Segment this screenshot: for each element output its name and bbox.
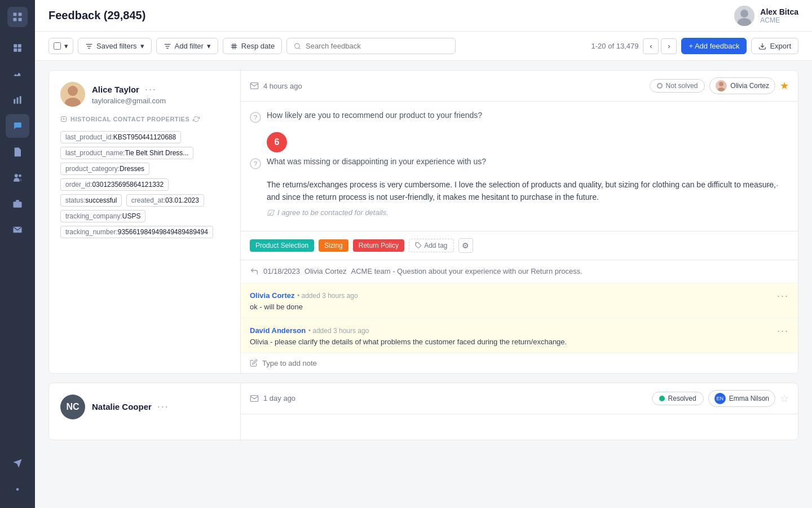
pagination-buttons: ‹ › bbox=[643, 38, 677, 54]
contact-panel-2: NC Natalie Cooper ··· bbox=[49, 383, 241, 440]
svg-rect-2 bbox=[14, 18, 17, 21]
contact-avatar-1 bbox=[60, 82, 85, 107]
star-button-2[interactable]: ☆ bbox=[780, 392, 789, 405]
sidebar-item-send[interactable] bbox=[6, 452, 29, 475]
pagination-next[interactable]: › bbox=[661, 38, 677, 54]
sidebar-item-users[interactable] bbox=[6, 166, 29, 190]
question-text-1: How likely are you to recommend our prod… bbox=[267, 111, 482, 120]
followup-subject: ACME team - Question about your experien… bbox=[351, 267, 582, 275]
answer-text-1: The returns/exchanges process is very cu… bbox=[267, 178, 789, 204]
search-box[interactable] bbox=[286, 38, 456, 54]
assignee-badge-1[interactable]: Olivia Cortez bbox=[709, 77, 775, 94]
sidebar-item-feedback[interactable] bbox=[6, 114, 29, 138]
assignee-avatar-1 bbox=[716, 80, 727, 91]
survey-question-1: ? How likely are you to recommend our pr… bbox=[250, 111, 789, 123]
svg-point-32 bbox=[68, 86, 78, 96]
search-input[interactable] bbox=[306, 42, 448, 50]
contact-name-2: Natalie Cooper bbox=[92, 402, 152, 411]
properties-label-1: HISTORICAL CONTACT PROPERTIES bbox=[60, 116, 229, 122]
top-header: Feedback (29,845) Alex Bitca ACME bbox=[35, 0, 812, 32]
toolbar: ▾ Saved filters ▾ Add filter ▾ Resp date… bbox=[35, 32, 812, 61]
sidebar-item-barchart[interactable] bbox=[6, 88, 29, 112]
properties-label-text: HISTORICAL CONTACT PROPERTIES bbox=[70, 116, 189, 122]
add-tag-label: Add tag bbox=[424, 242, 447, 249]
properties-tags-1: last_product_id: KBST950441120688 last_p… bbox=[60, 129, 229, 240]
tag-settings-button[interactable]: ⚙ bbox=[458, 238, 473, 253]
sidebar-item-dashboard[interactable] bbox=[6, 36, 29, 60]
svg-point-16 bbox=[740, 10, 748, 17]
svg-rect-3 bbox=[19, 18, 22, 21]
question-icon-1: ? bbox=[250, 112, 261, 123]
note-more-2[interactable]: ··· bbox=[777, 325, 789, 337]
sidebar bbox=[0, 0, 35, 508]
user-details: Alex Bitca ACME bbox=[760, 7, 798, 24]
note-more-1[interactable]: ··· bbox=[777, 290, 789, 302]
note-added-1: added 3 hours ago bbox=[301, 292, 358, 300]
checkbox-dropdown-arrow[interactable]: ▾ bbox=[64, 42, 68, 50]
followup-assignee: Olivia Cortez bbox=[304, 267, 346, 275]
add-tag-button[interactable]: Add tag bbox=[409, 239, 453, 252]
contact-info-2: Natalie Cooper ··· bbox=[92, 401, 169, 413]
saved-filters-button[interactable]: Saved filters ▾ bbox=[78, 38, 152, 54]
status-circle-1 bbox=[657, 83, 663, 89]
contact-info-1: Alice Taylor ··· tayloralice@gmail.com bbox=[92, 84, 166, 106]
add-filter-arrow: ▾ bbox=[207, 42, 211, 50]
svg-point-38 bbox=[719, 82, 723, 86]
refresh-icon[interactable] bbox=[193, 116, 200, 122]
assignee-badge-2[interactable]: EN Emma Nilson bbox=[708, 390, 775, 407]
tag-product-selection[interactable]: Product Selection bbox=[250, 239, 314, 252]
export-icon bbox=[758, 42, 766, 50]
resp-date-label: Resp date bbox=[241, 42, 275, 50]
note-input-row-1 bbox=[241, 353, 798, 373]
status-badge-1[interactable]: Not solved bbox=[650, 79, 705, 93]
contact-header-2: NC Natalie Cooper ··· bbox=[60, 395, 229, 419]
prop-tag-order-id: order_id: 0301235695864121332 bbox=[60, 178, 169, 191]
svg-rect-6 bbox=[14, 49, 17, 52]
note-added-2: added 3 hours ago bbox=[312, 327, 369, 335]
contact-avatar-2: NC bbox=[60, 395, 85, 419]
svg-point-14 bbox=[16, 488, 19, 491]
main-content: Feedback (29,845) Alex Bitca ACME ▾ Save… bbox=[35, 0, 812, 508]
resolved-badge-2[interactable]: Resolved bbox=[652, 392, 704, 405]
svg-point-12 bbox=[19, 174, 21, 177]
star-button-1[interactable]: ★ bbox=[780, 80, 789, 92]
contact-name-1: Alice Taylor bbox=[92, 85, 139, 94]
resolved-text-2: Resolved bbox=[668, 395, 696, 402]
contact-more-1[interactable]: ··· bbox=[145, 84, 157, 95]
note-input[interactable] bbox=[262, 359, 789, 367]
prop-tag-tracking-co: tracking_company: USPS bbox=[60, 210, 145, 222]
feedback-card-2: NC Natalie Cooper ··· 1 day ag bbox=[48, 383, 798, 440]
feedback-card-1-inner: Alice Taylor ··· tayloralice@gmail.com H… bbox=[49, 71, 798, 373]
feedback-header-1: 4 hours ago Not solved Oliv bbox=[241, 71, 798, 102]
prop-tag-product-id: last_product_id: KBST950441120688 bbox=[60, 131, 181, 143]
sidebar-item-settings[interactable] bbox=[6, 478, 29, 501]
tag-return-policy[interactable]: Return Policy bbox=[353, 239, 404, 252]
export-label: Export bbox=[770, 42, 791, 50]
add-filter-button[interactable]: Add filter ▾ bbox=[156, 38, 218, 54]
select-all-checkbox[interactable]: ▾ bbox=[48, 38, 73, 54]
pagination-prev[interactable]: ‹ bbox=[643, 38, 659, 54]
edit-icon bbox=[250, 359, 258, 367]
feedback-meta-left-2: 1 day ago bbox=[250, 394, 295, 403]
tag-sizing[interactable]: Sizing bbox=[319, 239, 348, 252]
status-text-1: Not solved bbox=[666, 82, 698, 90]
saved-filters-label: Saved filters bbox=[96, 42, 137, 50]
feedback-meta-left-1: 4 hours ago bbox=[250, 81, 302, 90]
sidebar-item-analytics[interactable] bbox=[6, 62, 29, 86]
sidebar-logo bbox=[7, 7, 28, 27]
question-text-2: What was missing or disappointing in you… bbox=[267, 157, 486, 166]
sidebar-item-briefcase[interactable] bbox=[6, 192, 29, 216]
answer-more-button[interactable]: ··· bbox=[767, 178, 780, 191]
contact-more-2[interactable]: ··· bbox=[157, 401, 169, 413]
notes-section-1: Olivia Cortez • added 3 hours ago ok - w… bbox=[241, 283, 798, 373]
feedback-meta-right-2: Resolved EN Emma Nilson ☆ bbox=[652, 390, 789, 407]
export-button[interactable]: Export bbox=[751, 38, 798, 54]
followup-date: 01/18/2023 bbox=[263, 267, 300, 275]
tag-icon bbox=[415, 242, 422, 249]
sidebar-item-document[interactable] bbox=[6, 140, 29, 164]
resp-date-button[interactable]: Resp date bbox=[223, 38, 282, 54]
sidebar-item-mail[interactable] bbox=[6, 218, 29, 242]
page-title: Feedback (29,845) bbox=[48, 9, 145, 22]
checkbox-input[interactable] bbox=[54, 42, 61, 50]
add-feedback-button[interactable]: + Add feedback bbox=[681, 38, 747, 54]
